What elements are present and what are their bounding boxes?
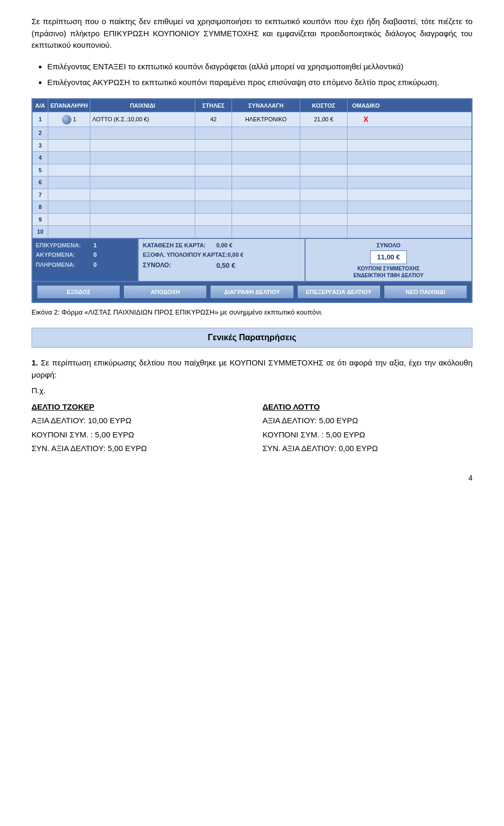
- cell-epanalepsi: [48, 214, 90, 226]
- cell-synalagi: [232, 164, 300, 176]
- total-synolo-label: ΣΥΝΟΛΟ: [376, 241, 401, 250]
- cell-paixnidi: [90, 176, 195, 189]
- left-column: ΔΕΛΤΙΟ ΤΖΟΚΕΡ ΑΞΙΑ ΔΕΛΤΙΟΥ: 10,00 ΕΥΡΩ Κ…: [32, 401, 242, 457]
- cell-omadiko: [348, 201, 384, 213]
- cell-kostos: [300, 201, 348, 213]
- table-header: Α/Α ΕΠΑΝΑΛΗΨΗ ΠΑΙΧΝΙΔΙ ΣΤΗΛΕΣ ΣΥΝΑΛΛΑΓΗ …: [33, 99, 471, 112]
- synolo-value: 0,50 €: [216, 260, 235, 271]
- cell-num: 4: [33, 152, 48, 164]
- cell-synalagi: ΗΛΕΚΤΡΟΝΙΚΟ: [232, 112, 300, 127]
- table-footer: ΕΠΙΚΥΡΩΜΕΝΑ: 1 ΑΚΥΡΩΜΕΝΑ: 0 ΠΛΗΡΩΜΕΝΑ: 0…: [33, 238, 471, 281]
- cell-stiles: [195, 164, 232, 176]
- synolo-label: ΣΥΝΟΛΟ:: [143, 260, 216, 270]
- cell-omadiko: [348, 189, 384, 201]
- kataqesi-value: 0,00 €: [216, 241, 233, 250]
- cell-stiles: [195, 201, 232, 213]
- cell-epanalepsi: [48, 201, 90, 213]
- cell-stiles: [195, 226, 232, 238]
- cell-paixnidi: [90, 140, 195, 152]
- cell-stiles: 42: [195, 112, 232, 127]
- col-header-aa: Α/Α: [33, 99, 48, 112]
- cell-num: 2: [33, 127, 48, 139]
- col-header-paixnidi: ΠΑΙΧΝΙΔΙ: [90, 99, 195, 112]
- action-buttons-row: ΕΞΟΔΟΣ ΑΠΟΔΟΧΗ ΔΙΑΓΡΑΦΗ ΔΕΛΤΙΟΥ ΕΠΕΞΕΡΓΑ…: [33, 281, 471, 302]
- delete-ticket-button[interactable]: ΔΙΑΓΡΑΦΗ ΔΕΛΤΙΟΥ: [210, 285, 293, 299]
- cell-stiles: [195, 127, 232, 139]
- cell-omadiko: X: [348, 112, 384, 127]
- right-row-1: ΑΞΙΑ ΔΕΛΤΙΟΥ: 5,00 ΕΥΡΩ: [262, 415, 472, 427]
- table-row: 1 1 ΛΟΤΤΟ (Κ.Σ.:10,00 €) 42 ΗΛΕΚΤΡΟΝΙΚΟ …: [33, 112, 471, 127]
- epikyromena-label: ΕΠΙΚΥΡΩΜΕΝΑ:: [36, 241, 93, 250]
- table-row: 3: [33, 139, 471, 152]
- cell-omadiko: [348, 140, 384, 152]
- cell-synalagi: [232, 152, 300, 164]
- ball-icon: [62, 115, 71, 124]
- bullet-item-1: Επιλέγοντας ΕΝΤΑΞΕΙ το εκπτωτικό κουπόνι…: [47, 61, 472, 73]
- cell-num: 8: [33, 201, 48, 213]
- cell-kostos: [300, 164, 348, 176]
- right-row-2: ΚΟΥΠΟΝΙ ΣΥΜ. : 5,00 ΕΥΡΩ: [262, 429, 472, 441]
- cell-num: 7: [33, 189, 48, 201]
- table-row: 4: [33, 151, 471, 164]
- cell-kostos: [300, 152, 348, 164]
- cell-stiles: [195, 176, 232, 189]
- delete-x-icon[interactable]: X: [363, 114, 368, 125]
- total-synolo-value: 11,00 €: [370, 250, 406, 264]
- col-header-epanalepsi: ΕΠΑΝΑΛΗΨΗ: [48, 99, 90, 112]
- figure-caption: Εικόνα 2: Φόρμα «ΛΙΣΤΑΣ ΠΑΙΧΝΙΔΙΩΝ ΠΡΟΣ …: [32, 307, 472, 318]
- right-col-title: ΔΕΛΤΙΟ ΛΟΤΤΟ: [262, 401, 472, 413]
- table-row: 9: [33, 213, 471, 226]
- exof-value: 0,00 €: [227, 250, 244, 259]
- cell-omadiko: [348, 152, 384, 164]
- cell-num: 1: [33, 112, 48, 127]
- new-game-button[interactable]: ΝΕΟ ΠΑΙΧΝΙΔΙ: [384, 285, 467, 299]
- exit-button[interactable]: ΕΞΟΔΟΣ: [37, 285, 120, 299]
- cell-synalagi: [232, 189, 300, 201]
- kataqesi-label: ΚΑΤΑΘΕΣΗ ΣΕ ΚΑΡΤΑ:: [143, 241, 216, 250]
- cell-kostos: [300, 189, 348, 201]
- cell-epanalepsi: 1: [48, 112, 90, 127]
- table-row: 8: [33, 201, 471, 213]
- cell-omadiko: [348, 226, 384, 238]
- footer-right-total: ΣΥΝΟΛΟ 11,00 € ΚΟΥΠΟΝΙ ΣΥΜΜΕΤΟΧΗΣ ΕΝΔΕΙΚ…: [304, 239, 471, 281]
- pliromvena-value: 0: [93, 260, 97, 269]
- notes-item-1: 1. Σε περίπτωση επικύρωσης δελτίου που π…: [32, 357, 472, 457]
- left-row-2: ΚΟΥΠΟΝΙ ΣΥΜ. : 5,00 ΕΥΡΩ: [32, 429, 242, 441]
- cell-omadiko: [348, 176, 384, 189]
- left-col-title: ΔΕΛΤΙΟ ΤΖΟΚΕΡ: [32, 401, 242, 413]
- cell-epanalepsi: [48, 226, 90, 238]
- col-header-synalagi: ΣΥΝΑΛΛΑΓΗ: [232, 99, 300, 112]
- cell-stiles: [195, 140, 232, 152]
- cell-omadiko: [348, 214, 384, 226]
- left-row-1: ΑΞΙΑ ΔΕΛΤΙΟΥ: 10,00 ΕΥΡΩ: [32, 415, 242, 427]
- cell-stiles: [195, 214, 232, 226]
- game-list-table: Α/Α ΕΠΑΝΑΛΗΨΗ ΠΑΙΧΝΙΔΙ ΣΤΗΛΕΣ ΣΥΝΑΛΛΑΓΗ …: [32, 98, 472, 303]
- cell-paixnidi: [90, 189, 195, 201]
- accept-button[interactable]: ΑΠΟΔΟΧΗ: [123, 285, 207, 299]
- cell-omadiko: [348, 127, 384, 139]
- cell-num: 9: [33, 214, 48, 226]
- table-row: 7: [33, 189, 471, 201]
- table-row: 5: [33, 164, 471, 176]
- cell-kostos: 21,00 €: [300, 112, 348, 127]
- col-header-stiles: ΣΤΗΛΕΣ: [195, 99, 232, 112]
- table-row: 6: [33, 176, 471, 189]
- table-body: 1 1 ΛΟΤΤΟ (Κ.Σ.:10,00 €) 42 ΗΛΕΚΤΡΟΝΙΚΟ …: [33, 112, 471, 238]
- pliromvena-label: ΠΛΗΡΩΜΕΝΑ:: [36, 260, 93, 269]
- edit-ticket-button[interactable]: ΕΠΕΞΕΡΓΑΣΙΑ ΔΕΛΤΙΟΥ: [297, 285, 381, 299]
- cell-omadiko: [348, 164, 384, 176]
- cell-paixnidi: ΛΟΤΤΟ (Κ.Σ.:10,00 €): [90, 112, 195, 127]
- table-row: 2: [33, 127, 471, 139]
- exof-label: ΕΞΟΦΛ. ΥΠΟΛΟΙΠΟΥ ΚΑΡΤΑΣ:: [143, 250, 227, 259]
- two-col-comparison: ΔΕΛΤΙΟ ΤΖΟΚΕΡ ΑΞΙΑ ΔΕΛΤΙΟΥ: 10,00 ΕΥΡΩ Κ…: [32, 401, 472, 457]
- cell-kostos: [300, 226, 348, 238]
- section-title: Γενικές Παρατηρήσεις: [32, 328, 472, 348]
- cell-synalagi: [232, 214, 300, 226]
- bullet-list: Επιλέγοντας ΕΝΤΑΞΕΙ το εκπτωτικό κουπόνι…: [47, 61, 472, 89]
- cell-paixnidi: [90, 226, 195, 238]
- cell-paixnidi: [90, 201, 195, 213]
- cell-num: 10: [33, 226, 48, 238]
- akyromena-label: ΑΚΥΡΩΜΕΝΑ:: [36, 250, 93, 259]
- cell-kostos: [300, 140, 348, 152]
- left-row-3: ΣΥΝ. ΑΞΙΑ ΔΕΛΤΙΟΥ: 5,00 ΕΥΡΩ: [32, 443, 242, 455]
